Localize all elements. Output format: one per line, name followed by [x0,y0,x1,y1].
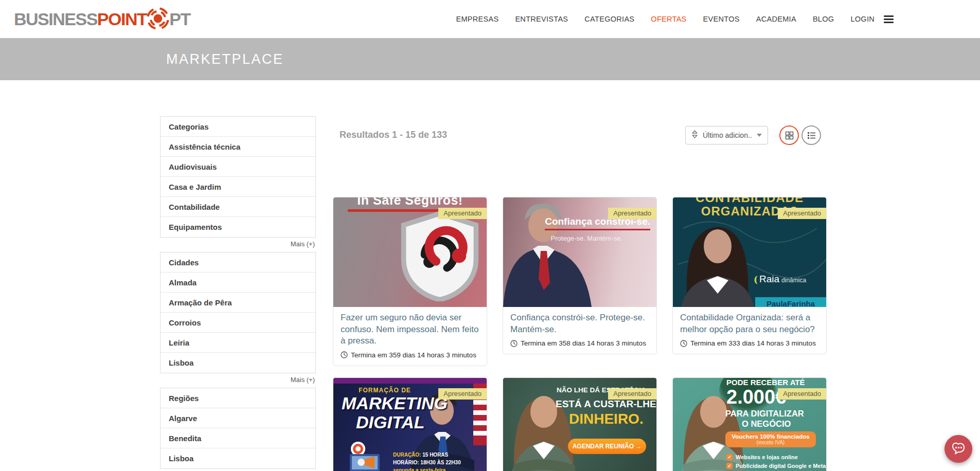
sidebar-item-audiovisuais[interactable]: Audiovisuais [161,157,315,177]
logo-text-pt: PT [169,9,190,29]
sidebar-item-casa-e-jardim[interactable]: Casa e Jardim [161,177,315,197]
offer-card[interactable]: CONTABILIDADE ORGANIZADA? ⦅Raiadinâmica … [672,197,827,354]
nav-item-blog[interactable]: BLOG [813,15,834,23]
offer-card[interactable]: PODE RECEBER ATÉ 2.000€ PARA DIGITALIZAR… [672,377,827,471]
offer-image-headline: In Safe Seguros! [333,197,487,208]
clock-icon [510,340,518,347]
offer-image: PODE RECEBER ATÉ 2.000€ PARA DIGITALIZAR… [673,378,826,471]
offer-countdown: Termina em 358 dias 14 horas 3 minutos [510,339,649,347]
list-icon [807,132,816,139]
offer-image-kicker: FORMAÇÃO DE [333,387,436,394]
sidebar-item-contabilidade[interactable]: Contabilidade [161,197,315,217]
featured-badge: Apresentado [608,388,656,400]
shield-graphic [397,211,483,301]
sidebar-section-title-regioes: Regiões [161,388,315,408]
grid-icon [785,131,794,140]
offer-card[interactable]: In Safe Seguros! Apresentado Fazer um se… [333,197,487,366]
offer-card[interactable]: FORMAÇÃO DE MARKETING DIGITAL DURAÇÃO: 1… [333,377,487,471]
offer-card[interactable]: NÃO LHE DÁ ESTRATÉGIA. ESTÁ A CUSTAR-LHE… [503,377,657,471]
sort-selected-value: Último adicion... [703,131,752,139]
hamburger-menu-icon[interactable] [884,15,894,23]
target-icon [146,6,170,32]
offer-image-details: DURAÇÃO: 15 HORAS HORÁRIO: 18H30 ÀS 22H3… [393,451,461,471]
offer-image: FORMAÇÃO DE MARKETING DIGITAL DURAÇÃO: 1… [333,378,487,471]
sidebar-item-armacao-de-pera[interactable]: Armação de Pêra [161,293,315,313]
laptop-megaphone-graphic [343,440,391,471]
offer-image-headline: MARKETING [342,393,448,413]
sidebar-item-lisboa[interactable]: Lisboa [161,353,315,373]
offer-card-body: Confiança constrói-se. Protege-se. Manté… [503,307,656,354]
page-title: MARKETPLACE [166,51,284,67]
sidebar-item-algarve[interactable]: Algarve [161,408,315,428]
sidebar-item-corroios[interactable]: Corroios [161,313,315,333]
categories-more-link[interactable]: Mais (+) [160,239,315,250]
sidebar-item-benedita[interactable]: Benedita [161,428,315,448]
offers-grid-row-2: FORMAÇÃO DE MARKETING DIGITAL DURAÇÃO: 1… [333,377,827,471]
schedule-meeting-button[interactable]: AGENDAR REUNIÃO → [568,439,646,454]
logo-text-point: POINT [97,9,147,29]
sidebar-section-title-categorias: Categorias [161,117,315,137]
countdown-text: Termina em 333 dias 14 horas 3 minutos [690,339,816,347]
sidebar-item-assistencia-tecnica[interactable]: Assistência técnica [161,137,315,157]
featured-badge: Apresentado [778,388,826,400]
main-nav: EMPRESAS ENTREVISTAS CATEGORIAS OFERTAS … [456,0,894,38]
businessman-graphic [503,197,593,307]
featured-badge: Apresentado [778,208,826,219]
raia-dinamica-logo: ⦅Raiadinâmica [754,274,806,285]
sidebar-item-leiria[interactable]: Leiria [161,333,315,353]
sort-dropdown[interactable]: Último adicion... [685,126,768,144]
list-view-button[interactable] [801,125,821,145]
nav-item-categorias[interactable]: CATEGORIAS [584,15,634,23]
sort-icon [691,130,698,140]
regions-box: Regiões Algarve Benedita Lisboa [160,388,316,469]
cities-box: Cidades Almada Armação de Pêra Corroios … [160,252,316,373]
offer-image: In Safe Seguros! Apresentado [333,197,487,307]
offer-card[interactable]: Confiança constrói-se. Protege-se. Manté… [503,197,657,354]
nav-item-login[interactable]: LOGIN [850,15,875,23]
cities-more-link[interactable]: Mais (+) [160,374,315,386]
offer-image-amount: 2.000€ [726,386,786,408]
featured-badge: Apresentado [438,388,487,400]
countdown-text: Termina em 358 dias 14 horas 3 minutos [521,339,646,347]
nav-item-academia[interactable]: ACADEMIA [756,15,796,23]
chat-button[interactable] [945,435,972,463]
sidebar-item-equipamentos[interactable]: Equipamentos [161,217,315,237]
page-banner: MARKETPLACE [0,38,980,80]
offer-title[interactable]: Contabilidade Organizada: será a melhor … [680,312,819,335]
offer-image-line1: PODE RECEBER ATÉ [726,378,805,387]
nav-item-entrevistas[interactable]: ENTREVISTAS [515,15,568,23]
logo-text-business: BUSINESS [14,9,97,29]
categories-box: Categorias Assistência técnica Audiovisu… [160,116,316,238]
businesswoman-graphic [673,209,760,307]
offer-image-line3: DINHEIRO. [569,411,644,427]
clock-icon [341,351,348,358]
offer-image-name-band: PaulaFarinha [755,297,826,307]
offer-image: Confiança constrói-se. Protege-se. Manté… [503,197,656,307]
voucher-box: Vouchers 100% financiados (exceto IVA) [725,431,816,447]
offers-grid-row-1: In Safe Seguros! Apresentado Fazer um se… [333,197,827,366]
chat-heart-icon [950,441,967,457]
checkmark-icon: ✓ [726,463,733,469]
filter-sidebar: Categorias Assistência técnica Audiovisu… [160,116,316,469]
nav-item-ofertas[interactable]: OFERTAS [651,15,686,23]
offer-image-headline2: DIGITAL [356,412,424,432]
clock-icon [680,340,687,347]
offer-title[interactable]: Fazer um seguro não devia ser confuso. N… [341,312,479,347]
sidebar-item-lisboa-region[interactable]: Lisboa [161,448,315,468]
results-count: Resultados 1 - 15 de 133 [340,130,447,140]
sidebar-item-almada[interactable]: Almada [161,273,315,293]
offer-countdown: Termina em 333 dias 14 horas 3 minutos [680,339,819,347]
nav-item-empresas[interactable]: EMPRESAS [456,15,498,23]
sidebar-section-title-cidades: Cidades [161,252,315,273]
check-item: ✓Publicidade digital Google e Meta [726,463,826,469]
offer-countdown: Termina em 359 dias 14 horas 3 minutos [341,351,479,359]
logo[interactable]: BUSINESSPOINT PT [14,6,190,32]
arrow-sketch-graphic [584,456,631,471]
voucher-check-list: ✓Websites e lojas online ✓Publicidade di… [726,454,826,471]
featured-badge: Apresentado [608,208,656,219]
offer-image-line2: PARA DIGITALIZAR [725,409,804,419]
offer-title[interactable]: Confiança constrói-se. Protege-se. Manté… [510,312,649,335]
featured-badge: Apresentado [438,208,487,219]
grid-view-button[interactable] [779,125,799,145]
nav-item-eventos[interactable]: EVENTOS [703,15,740,23]
